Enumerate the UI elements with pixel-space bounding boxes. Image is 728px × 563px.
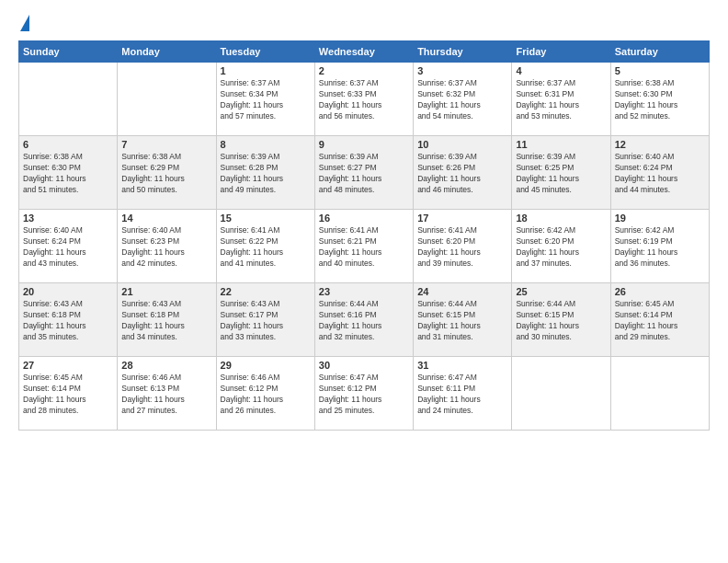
calendar-cell: 4Sunrise: 6:37 AM Sunset: 6:31 PM Daylig… — [512, 63, 610, 136]
calendar-cell: 22Sunrise: 6:43 AM Sunset: 6:17 PM Dayli… — [216, 283, 314, 357]
day-info: Sunrise: 6:45 AM Sunset: 6:14 PM Dayligh… — [23, 373, 113, 417]
day-number: 20 — [23, 286, 113, 297]
calendar-cell: 28Sunrise: 6:46 AM Sunset: 6:13 PM Dayli… — [118, 357, 216, 431]
day-number: 15 — [221, 213, 311, 224]
calendar-cell: 12Sunrise: 6:40 AM Sunset: 6:24 PM Dayli… — [610, 136, 709, 210]
day-number: 19 — [615, 213, 705, 224]
day-info: Sunrise: 6:47 AM Sunset: 6:11 PM Dayligh… — [417, 373, 507, 417]
day-number: 11 — [516, 139, 606, 150]
calendar-cell: 9Sunrise: 6:39 AM Sunset: 6:27 PM Daylig… — [314, 136, 413, 210]
calendar-cell: 6Sunrise: 6:38 AM Sunset: 6:30 PM Daylig… — [19, 136, 118, 210]
day-number: 13 — [23, 213, 113, 224]
day-number: 30 — [319, 360, 409, 371]
day-info: Sunrise: 6:43 AM Sunset: 6:18 PM Dayligh… — [121, 299, 211, 343]
calendar-cell: 5Sunrise: 6:38 AM Sunset: 6:30 PM Daylig… — [610, 63, 709, 136]
calendar-cell: 11Sunrise: 6:39 AM Sunset: 6:25 PM Dayli… — [512, 136, 610, 210]
day-number: 28 — [121, 360, 211, 371]
day-info: Sunrise: 6:43 AM Sunset: 6:18 PM Dayligh… — [23, 299, 113, 343]
day-info: Sunrise: 6:41 AM Sunset: 6:21 PM Dayligh… — [319, 225, 409, 270]
day-info: Sunrise: 6:40 AM Sunset: 6:24 PM Dayligh… — [615, 152, 705, 196]
calendar-cell: 19Sunrise: 6:42 AM Sunset: 6:19 PM Dayli… — [610, 210, 709, 283]
calendar-cell: 2Sunrise: 6:37 AM Sunset: 6:33 PM Daylig… — [314, 63, 413, 136]
calendar-cell: 31Sunrise: 6:47 AM Sunset: 6:11 PM Dayli… — [414, 357, 512, 431]
calendar-header-monday: Monday — [118, 41, 216, 63]
calendar-cell: 26Sunrise: 6:45 AM Sunset: 6:14 PM Dayli… — [610, 283, 709, 357]
day-info: Sunrise: 6:44 AM Sunset: 6:15 PM Dayligh… — [516, 299, 606, 343]
header — [18, 15, 710, 31]
day-info: Sunrise: 6:41 AM Sunset: 6:22 PM Dayligh… — [221, 225, 311, 270]
day-number: 9 — [319, 139, 409, 150]
calendar-cell: 18Sunrise: 6:42 AM Sunset: 6:20 PM Dayli… — [512, 210, 610, 283]
day-info: Sunrise: 6:39 AM Sunset: 6:27 PM Dayligh… — [319, 152, 409, 196]
calendar-cell: 27Sunrise: 6:45 AM Sunset: 6:14 PM Dayli… — [19, 357, 118, 431]
calendar-cell: 7Sunrise: 6:38 AM Sunset: 6:29 PM Daylig… — [118, 136, 216, 210]
calendar-cell — [19, 63, 118, 136]
day-info: Sunrise: 6:39 AM Sunset: 6:25 PM Dayligh… — [516, 152, 606, 196]
calendar-cell: 3Sunrise: 6:37 AM Sunset: 6:32 PM Daylig… — [414, 63, 512, 136]
day-info: Sunrise: 6:44 AM Sunset: 6:15 PM Dayligh… — [417, 299, 507, 343]
day-info: Sunrise: 6:37 AM Sunset: 6:31 PM Dayligh… — [516, 78, 606, 122]
day-info: Sunrise: 6:43 AM Sunset: 6:17 PM Dayligh… — [221, 299, 311, 343]
logo — [18, 15, 29, 31]
calendar-header-row: SundayMondayTuesdayWednesdayThursdayFrid… — [19, 41, 710, 63]
day-info: Sunrise: 6:39 AM Sunset: 6:26 PM Dayligh… — [417, 152, 507, 196]
day-info: Sunrise: 6:40 AM Sunset: 6:23 PM Dayligh… — [121, 225, 211, 270]
week-row-3: 13Sunrise: 6:40 AM Sunset: 6:24 PM Dayli… — [19, 210, 710, 283]
day-number: 29 — [221, 360, 311, 371]
day-number: 18 — [516, 213, 606, 224]
page: SundayMondayTuesdayWednesdayThursdayFrid… — [0, 0, 728, 563]
day-info: Sunrise: 6:37 AM Sunset: 6:33 PM Dayligh… — [319, 78, 409, 122]
calendar-header-friday: Friday — [512, 41, 610, 63]
day-number: 12 — [615, 139, 705, 150]
day-number: 2 — [319, 65, 409, 76]
day-number: 25 — [516, 286, 606, 297]
day-info: Sunrise: 6:46 AM Sunset: 6:12 PM Dayligh… — [221, 373, 311, 417]
day-number: 22 — [221, 286, 311, 297]
day-number: 14 — [121, 213, 211, 224]
calendar-header-saturday: Saturday — [610, 41, 709, 63]
day-info: Sunrise: 6:41 AM Sunset: 6:20 PM Dayligh… — [417, 225, 507, 270]
calendar-cell — [610, 357, 709, 431]
calendar-cell: 14Sunrise: 6:40 AM Sunset: 6:23 PM Dayli… — [118, 210, 216, 283]
calendar-cell: 16Sunrise: 6:41 AM Sunset: 6:21 PM Dayli… — [314, 210, 413, 283]
day-number: 3 — [417, 65, 507, 76]
day-number: 6 — [23, 139, 113, 150]
day-info: Sunrise: 6:42 AM Sunset: 6:19 PM Dayligh… — [615, 225, 705, 270]
calendar-cell: 8Sunrise: 6:39 AM Sunset: 6:28 PM Daylig… — [216, 136, 314, 210]
day-info: Sunrise: 6:38 AM Sunset: 6:30 PM Dayligh… — [23, 152, 113, 196]
day-number: 10 — [417, 139, 507, 150]
calendar-header-wednesday: Wednesday — [314, 41, 413, 63]
day-info: Sunrise: 6:38 AM Sunset: 6:29 PM Dayligh… — [121, 152, 211, 196]
day-number: 5 — [615, 65, 705, 76]
day-number: 31 — [417, 360, 507, 371]
calendar-cell: 21Sunrise: 6:43 AM Sunset: 6:18 PM Dayli… — [118, 283, 216, 357]
day-info: Sunrise: 6:42 AM Sunset: 6:20 PM Dayligh… — [516, 225, 606, 270]
calendar-cell — [512, 357, 610, 431]
calendar-cell: 30Sunrise: 6:47 AM Sunset: 6:12 PM Dayli… — [314, 357, 413, 431]
week-row-4: 20Sunrise: 6:43 AM Sunset: 6:18 PM Dayli… — [19, 283, 710, 357]
calendar-cell: 15Sunrise: 6:41 AM Sunset: 6:22 PM Dayli… — [216, 210, 314, 283]
day-info: Sunrise: 6:39 AM Sunset: 6:28 PM Dayligh… — [221, 152, 311, 196]
calendar-cell: 24Sunrise: 6:44 AM Sunset: 6:15 PM Dayli… — [414, 283, 512, 357]
logo-icon — [20, 15, 29, 31]
calendar-cell: 25Sunrise: 6:44 AM Sunset: 6:15 PM Dayli… — [512, 283, 610, 357]
calendar-header-sunday: Sunday — [19, 41, 118, 63]
calendar-cell: 17Sunrise: 6:41 AM Sunset: 6:20 PM Dayli… — [414, 210, 512, 283]
day-number: 24 — [417, 286, 507, 297]
day-number: 26 — [615, 286, 705, 297]
week-row-2: 6Sunrise: 6:38 AM Sunset: 6:30 PM Daylig… — [19, 136, 710, 210]
day-info: Sunrise: 6:38 AM Sunset: 6:30 PM Dayligh… — [615, 78, 705, 122]
day-number: 7 — [121, 139, 211, 150]
day-info: Sunrise: 6:37 AM Sunset: 6:34 PM Dayligh… — [221, 78, 311, 122]
day-info: Sunrise: 6:47 AM Sunset: 6:12 PM Dayligh… — [319, 373, 409, 417]
day-number: 8 — [221, 139, 311, 150]
day-number: 4 — [516, 65, 606, 76]
calendar-cell: 1Sunrise: 6:37 AM Sunset: 6:34 PM Daylig… — [216, 63, 314, 136]
day-info: Sunrise: 6:44 AM Sunset: 6:16 PM Dayligh… — [319, 299, 409, 343]
calendar-cell: 13Sunrise: 6:40 AM Sunset: 6:24 PM Dayli… — [19, 210, 118, 283]
day-info: Sunrise: 6:37 AM Sunset: 6:32 PM Dayligh… — [417, 78, 507, 122]
week-row-5: 27Sunrise: 6:45 AM Sunset: 6:14 PM Dayli… — [19, 357, 710, 431]
day-number: 16 — [319, 213, 409, 224]
calendar-table: SundayMondayTuesdayWednesdayThursdayFrid… — [18, 40, 710, 431]
day-info: Sunrise: 6:45 AM Sunset: 6:14 PM Dayligh… — [615, 299, 705, 343]
